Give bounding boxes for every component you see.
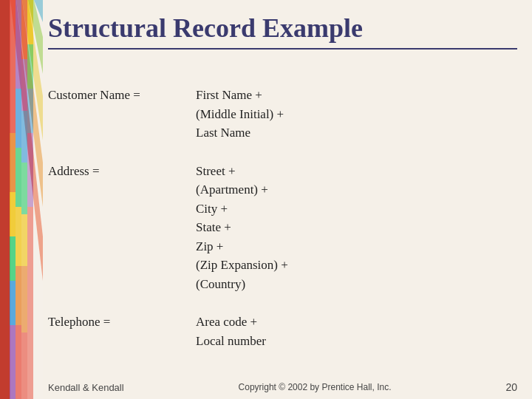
content-area: Customer Name = First Name +(Middle Init…: [48, 81, 517, 362]
telephone-value: Area code +Local number: [196, 308, 517, 355]
footer-page-number: 20: [505, 381, 517, 393]
svg-rect-31: [27, 207, 33, 399]
svg-rect-29: [27, 89, 33, 133]
svg-rect-7: [0, 0, 10, 399]
svg-rect-16: [16, 148, 21, 207]
address-value: Street +(Apartment) +City +State +Zip +(…: [196, 157, 517, 299]
telephone-label: Telephone =: [48, 308, 196, 355]
svg-rect-18: [16, 266, 21, 325]
title-underline: [48, 48, 517, 50]
svg-rect-27: [27, 0, 33, 44]
svg-rect-20: [21, 0, 27, 59]
svg-rect-15: [16, 89, 21, 148]
slide-title: Structural Record Example: [48, 13, 517, 44]
address-label: Address =: [48, 157, 196, 299]
decorative-strips: [0, 0, 43, 399]
slide-container: Structural Record Example Customer Name …: [0, 0, 532, 399]
footer: Kendall & Kendall Copyright © 2002 by Pr…: [48, 381, 517, 393]
table-row: Telephone = Area code +Local number: [48, 308, 517, 355]
svg-rect-9: [10, 133, 16, 192]
footer-copyright: Copyright © 2002 by Prentice Hall, Inc.: [239, 382, 392, 392]
svg-rect-19: [16, 325, 21, 399]
svg-rect-13: [10, 325, 16, 399]
table-row: Customer Name = First Name +(Middle Init…: [48, 81, 517, 147]
svg-rect-12: [10, 281, 16, 325]
svg-rect-14: [16, 0, 21, 89]
spacer-row-1: [48, 147, 517, 157]
svg-rect-11: [10, 236, 16, 281]
svg-rect-21: [21, 59, 27, 111]
record-table: Customer Name = First Name +(Middle Init…: [48, 81, 517, 355]
svg-rect-8: [10, 0, 16, 133]
svg-rect-26: [21, 332, 27, 399]
customer-name-value: First Name +(Middle Initial) +Last Name: [196, 81, 517, 147]
svg-rect-30: [27, 133, 33, 207]
svg-rect-32: [33, 0, 43, 399]
svg-rect-10: [10, 192, 16, 236]
customer-name-label: Customer Name =: [48, 81, 196, 147]
footer-logo: Kendall & Kendall: [48, 382, 124, 393]
svg-rect-24: [21, 214, 27, 266]
svg-rect-17: [16, 207, 21, 266]
svg-rect-23: [21, 163, 27, 214]
table-row: Address = Street +(Apartment) +City +Sta…: [48, 157, 517, 299]
svg-rect-22: [21, 111, 27, 163]
svg-rect-25: [21, 266, 27, 332]
svg-rect-28: [27, 44, 33, 89]
spacer-row-2: [48, 298, 517, 308]
title-section: Structural Record Example: [48, 13, 517, 50]
